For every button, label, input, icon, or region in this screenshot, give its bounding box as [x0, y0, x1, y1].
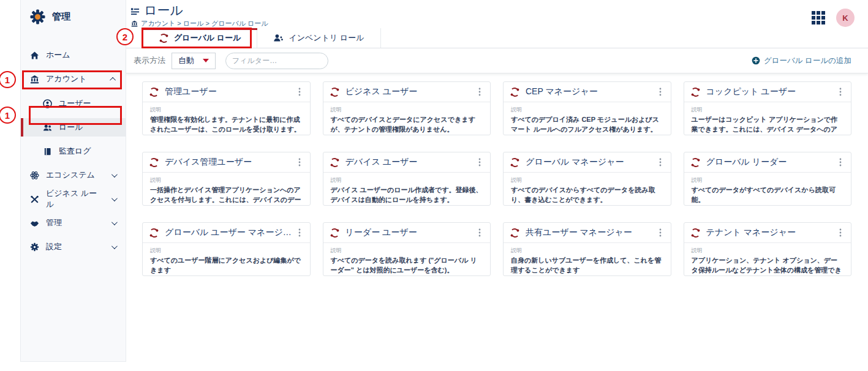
- display-mode-label: 表示方法: [134, 55, 165, 66]
- sidebar-item-label: アカウント: [46, 73, 105, 84]
- description-label: 説明: [511, 247, 663, 255]
- kebab-menu-icon[interactable]: [295, 87, 304, 97]
- global-role-icon: [510, 87, 520, 97]
- kebab-menu-icon[interactable]: [836, 228, 845, 238]
- role-card: グローバル ユーザー マネージャー 説明 すべてのユーザー階層にアクセスおよび編…: [142, 222, 311, 276]
- role-card-description: デバイス ユーザーのロール作成者です。登録後、デバイスは自動的にロールを持ちます…: [331, 186, 483, 205]
- add-global-role-button[interactable]: グローバル ロールの追加: [752, 56, 851, 66]
- kebab-menu-icon[interactable]: [655, 87, 665, 97]
- plus-circle-icon: [752, 56, 760, 65]
- sidebar-item-label: ロール: [59, 122, 126, 133]
- book-icon: [43, 147, 52, 156]
- annotation-badge-1b: 1: [0, 107, 16, 124]
- role-card-description: 自身の新しいサブユーザーを作成して、これを管理することができます: [511, 256, 663, 275]
- role-card-title: 共有ユーザー マネージャー: [526, 227, 655, 238]
- role-card-title: リーダー ユーザー: [345, 227, 475, 238]
- app-switcher-icon[interactable]: [812, 11, 825, 24]
- description-label: 説明: [150, 176, 303, 184]
- role-card-description: 管理権限を有効化します。テナントに最初に作成されたユーザーは、このロールを受け取…: [150, 115, 303, 135]
- kebab-menu-icon[interactable]: [295, 228, 304, 238]
- sidebar-item-users[interactable]: ユーザー: [21, 94, 126, 113]
- role-card-description: すべてのデータを読み取れます ("グローバル リーダー" とは対照的にユーザーを…: [331, 256, 483, 275]
- global-roles-icon: [159, 33, 169, 43]
- tab-bar: グローバル ロール インベントリ ロール: [126, 28, 868, 48]
- sidebar-item-label: エコシステム: [46, 170, 105, 181]
- page-title: ロール: [144, 3, 183, 18]
- inventory-roles-icon: [273, 33, 284, 43]
- sidebar-item-label: ビジネス ルール: [46, 188, 105, 210]
- kebab-menu-icon[interactable]: [655, 157, 665, 167]
- description-label: 説明: [150, 106, 303, 114]
- description-label: 説明: [692, 247, 844, 255]
- sidebar-item-settings[interactable]: 設定: [21, 238, 126, 256]
- sidebar-item-roles[interactable]: ロール: [21, 118, 126, 137]
- role-card-description: すべてのデバイスとデータにアクセスできますが、テナントの管理権限がありません。: [331, 115, 483, 135]
- role-card-title: コックピット ユーザー: [706, 86, 836, 97]
- role-card: 管理ユーザー 説明 管理権限を有効化します。テナントに最初に作成されたユーザーは…: [142, 81, 311, 135]
- add-global-role-label: グローバル ロールの追加: [764, 56, 851, 66]
- display-mode-value: 自動: [178, 55, 194, 66]
- role-card: コックピット ユーザー 説明 ユーザーはコックピット アプリケーションで作業でき…: [684, 81, 852, 135]
- app-logo-row: 管理: [21, 0, 126, 31]
- sidebar-item-management[interactable]: 管理: [21, 214, 126, 232]
- sidebar-item-audit-log[interactable]: 監査ログ: [21, 142, 126, 160]
- role-card: テナント マネージャー 説明 アプリケーション、テナント オプション、データ保持…: [684, 222, 852, 276]
- role-card-title: ビジネス ユーザー: [345, 86, 475, 97]
- display-mode-select[interactable]: 自動: [172, 53, 216, 69]
- global-role-icon: [690, 157, 701, 168]
- global-role-icon: [149, 157, 159, 168]
- role-card-description: すべてのデプロイ済み CEP モジュールおよびスマート ルールへのフルアクセス権…: [511, 115, 663, 135]
- gear-logo-icon: [29, 9, 46, 25]
- global-role-icon: [149, 87, 159, 97]
- user-avatar[interactable]: K: [836, 9, 855, 27]
- global-role-icon: [510, 157, 520, 168]
- sidebar-nav: ホーム アカウント ユーザー ロール 監査ログ エコシステム: [21, 46, 126, 256]
- filter-field: [225, 53, 328, 69]
- role-card-description: すべてのユーザー階層にアクセスおよび編集ができます: [150, 256, 303, 275]
- description-label: 説明: [511, 176, 663, 184]
- kebab-menu-icon[interactable]: [295, 157, 304, 167]
- role-card-title: グローバル マネージャー: [526, 157, 655, 168]
- role-card-title: デバイス管理ユーザー: [165, 157, 295, 168]
- breadcrumb: アカウント > ロール > グローバル ロール: [131, 19, 268, 28]
- kebab-menu-icon[interactable]: [475, 228, 485, 238]
- user-circle-icon: [43, 99, 52, 108]
- kebab-menu-icon[interactable]: [836, 157, 845, 167]
- sidebar: 管理 ホーム アカウント ユーザー ロール 監査ログ: [20, 0, 126, 362]
- handshake-icon: [30, 219, 39, 228]
- tab-label: グローバル ロール: [174, 32, 241, 43]
- tab-global-roles[interactable]: グローバル ロール: [142, 28, 257, 48]
- description-label: 説明: [511, 106, 663, 114]
- role-card: 共有ユーザー マネージャー 説明 自身の新しいサブユーザーを作成して、これを管理…: [503, 222, 671, 276]
- tab-inventory-roles[interactable]: インベントリ ロール: [257, 28, 380, 48]
- bank-icon: [30, 75, 39, 84]
- role-card-description: すべてのデータがすべてのデバイスから読取可能。: [692, 186, 844, 205]
- role-card-title: グローバル リーダー: [706, 157, 836, 168]
- role-card: グローバル マネージャー 説明 すべてのデバイスからすべてのデータを読み取り、書…: [503, 152, 671, 206]
- kebab-menu-icon[interactable]: [655, 228, 665, 238]
- global-role-icon: [330, 87, 340, 97]
- description-label: 説明: [692, 106, 844, 114]
- annotation-badge-1: 1: [0, 71, 16, 88]
- role-card-title: 管理ユーザー: [165, 86, 295, 97]
- role-card: ビジネス ユーザー 説明 すべてのデバイスとデータにアクセスできますが、テナント…: [323, 81, 491, 135]
- description-label: 説明: [331, 176, 483, 184]
- description-label: 説明: [331, 247, 483, 255]
- kebab-menu-icon[interactable]: [836, 87, 845, 97]
- role-card: デバイス管理ユーザー 説明 一括操作とデバイス管理アプリケーションへのアクセスを…: [142, 152, 311, 206]
- sidebar-item-business-rules[interactable]: ビジネス ルール: [21, 190, 126, 208]
- sidebar-item-home[interactable]: ホーム: [21, 46, 126, 64]
- app-title: 管理: [52, 11, 70, 23]
- kebab-menu-icon[interactable]: [475, 157, 485, 167]
- description-label: 説明: [150, 247, 303, 255]
- role-card-description: 一括操作とデバイス管理アプリケーションへのアクセスを付与します。これには、デバイ…: [150, 186, 303, 206]
- role-card-grid: 管理ユーザー 説明 管理権限を有効化します。テナントに最初に作成されたユーザーは…: [142, 81, 851, 276]
- sidebar-item-label: 設定: [46, 241, 105, 252]
- role-card-description: ユーザーはコックピット アプリケーションで作業できます。これには、デバイス デー…: [692, 115, 844, 135]
- sidebar-item-accounts[interactable]: アカウント: [21, 70, 126, 88]
- kebab-menu-icon[interactable]: [475, 87, 485, 97]
- sidebar-item-ecosystem[interactable]: エコシステム: [21, 166, 126, 184]
- global-role-icon: [330, 228, 340, 238]
- global-role-icon: [510, 228, 520, 238]
- filter-input[interactable]: [232, 56, 327, 65]
